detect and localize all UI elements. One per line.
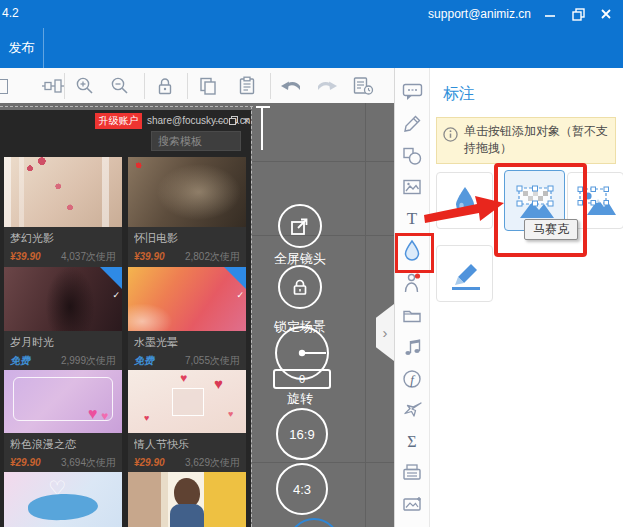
close-button[interactable] <box>595 6 617 22</box>
lock-button[interactable] <box>152 74 178 98</box>
publish-tab[interactable]: 发布 <box>0 28 44 68</box>
toolbar-separator <box>64 73 65 99</box>
add-media-icon <box>402 496 423 513</box>
airplane-icon <box>402 400 423 420</box>
info-icon <box>443 127 458 142</box>
template-store-window: 升级账户 share@focusky.com.cn — ✕ 梦幻光影 ¥39.9… <box>0 110 251 527</box>
template-price: ¥29.90 <box>10 457 41 468</box>
template-card[interactable] <box>128 472 246 527</box>
template-title: 梦幻光影 <box>10 231 116 246</box>
water-drop-icon <box>402 239 422 261</box>
store-restore-button[interactable] <box>227 114 240 127</box>
template-card[interactable]: ♥ ♥ 粉色浪漫之恋 ¥29.90 3,694次使用 <box>4 370 122 475</box>
grid-line <box>251 235 394 236</box>
template-uses: 2,999次使用 <box>61 354 116 368</box>
panel-title: 标注 <box>443 84 475 105</box>
watermark-tool-button[interactable] <box>398 236 426 264</box>
check-icon: ✓ <box>236 290 244 300</box>
zoom-out-button[interactable] <box>107 74 133 98</box>
owned-badge: ✓ <box>224 267 246 289</box>
fullscreen-camera-button[interactable] <box>278 204 322 248</box>
template-thumbnail <box>128 157 246 227</box>
copy-button[interactable] <box>195 74 221 98</box>
paste-button[interactable] <box>234 74 260 98</box>
store-minimize-button[interactable]: — <box>213 114 226 127</box>
ratio-16-9-button[interactable]: 16:9 <box>276 408 328 460</box>
thumbnail-frame <box>172 388 204 416</box>
template-thumbnail: ♥ ♥ ♥ ♥ <box>128 370 246 433</box>
water-drop-icon <box>451 185 479 217</box>
template-card[interactable]: ✓ 岁月时光 免费 2,999次使用 <box>4 267 122 373</box>
template-card[interactable]: ♥ ♥ ♥ ♥ 情人节快乐 ¥29.90 3,629次使用 <box>128 370 246 475</box>
print-tool-button[interactable] <box>398 458 426 486</box>
image-tool-button[interactable] <box>398 173 426 201</box>
upgrade-account-button[interactable]: 升级账户 <box>95 113 142 129</box>
ribbon-bar <box>0 28 623 68</box>
airplane-tool-button[interactable] <box>398 396 426 424</box>
ratio-4-3-label: 4:3 <box>293 482 311 497</box>
marker-icon <box>446 255 484 293</box>
history-button[interactable] <box>350 74 376 98</box>
template-price: ¥39.90 <box>134 251 165 262</box>
selection-bracket <box>261 106 263 150</box>
store-restore-icon <box>229 116 238 125</box>
grid-line <box>365 103 366 527</box>
template-uses: 2,802次使用 <box>185 250 240 264</box>
toolbar-separator <box>270 73 271 99</box>
watermark-drop-button[interactable] <box>436 172 493 229</box>
restore-button[interactable] <box>567 6 589 22</box>
info-message-box: 单击按钮添加对象（暂不支持拖拽） <box>436 117 616 164</box>
thumbnail-frame <box>13 377 113 421</box>
heart-icon: ♥ <box>180 372 187 384</box>
video-tool-button[interactable] <box>398 490 426 518</box>
template-card[interactable]: ✓ 水墨光晕 免费 7,055次使用 <box>128 267 246 373</box>
search-input[interactable] <box>151 131 241 151</box>
zoom-out-icon <box>110 76 130 96</box>
rotate-label: 旋转 <box>250 390 350 408</box>
paste-icon <box>237 76 257 96</box>
lock-scene-button[interactable] <box>278 265 322 309</box>
template-card[interactable]: 梦幻光影 ¥39.90 4,037次使用 <box>4 157 122 269</box>
character-tool-button[interactable] <box>398 269 426 297</box>
marker-button[interactable] <box>436 245 493 302</box>
clipped-tool-icon[interactable] <box>0 79 8 94</box>
sigma-icon: Σ <box>402 431 422 451</box>
folder-tool-button[interactable] <box>398 301 426 329</box>
music-tool-button[interactable] <box>398 333 426 361</box>
rotate-value-box[interactable]: 0 <box>273 369 331 389</box>
mosaic-tooltip-text: 马赛克 <box>533 221 569 238</box>
redo-button[interactable] <box>313 74 339 98</box>
align-button[interactable] <box>40 74 66 98</box>
flash-tool-button[interactable]: f <box>398 365 426 393</box>
ratio-4-3-button[interactable]: 4:3 <box>276 463 328 515</box>
heart-icon: ♥ <box>88 406 98 422</box>
svg-text:T: T <box>407 209 418 228</box>
template-card[interactable]: 怀旧电影 ¥39.90 2,802次使用 <box>128 157 246 269</box>
zoom-in-button[interactable] <box>72 74 98 98</box>
close-icon <box>600 8 612 20</box>
pencil-tool-button[interactable] <box>398 110 426 138</box>
align-icon <box>42 77 64 95</box>
text-tool-button[interactable]: T <box>398 204 426 232</box>
template-thumbnail <box>4 157 122 227</box>
heart-icon: ♥ <box>228 410 233 419</box>
mosaic-tooltip: 马赛克 <box>524 219 578 240</box>
shapes-tool-button[interactable] <box>398 142 426 170</box>
svg-text:Σ: Σ <box>407 433 416 450</box>
undo-button[interactable] <box>279 74 305 98</box>
subtitle-tool-button[interactable] <box>398 78 426 106</box>
template-title: 岁月时光 <box>10 335 116 350</box>
brush-stroke <box>27 492 98 522</box>
folder-icon <box>402 307 422 324</box>
template-thumbnail: ♥ ♥ <box>4 370 122 433</box>
store-close-button[interactable]: ✕ <box>240 114 251 127</box>
template-card[interactable]: ♡ <box>4 472 122 527</box>
minimize-button[interactable] <box>539 6 561 22</box>
heart-icon: ♥ <box>144 414 149 423</box>
music-note-icon <box>403 337 422 357</box>
flash-icon: f <box>402 369 422 389</box>
copy-icon <box>198 76 218 96</box>
chevron-right-icon: › <box>383 324 388 341</box>
formula-tool-button[interactable]: Σ <box>398 427 426 455</box>
spotlight-icon <box>575 181 617 221</box>
